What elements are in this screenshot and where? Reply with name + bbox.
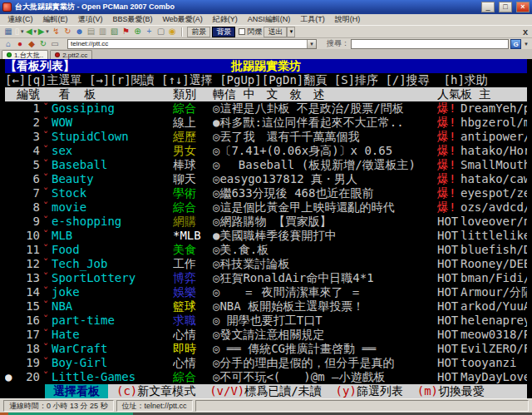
board-row[interactable]: 18 ˇ WarCraft 即時 ◎ ══ 傳統CG推廣計畫啓動 ══ HOT …	[5, 342, 527, 356]
board-popularity: HOT	[437, 328, 461, 342]
read-check-icon: ˇ	[40, 243, 52, 257]
select-block-icon[interactable]: ▢	[155, 26, 166, 37]
forward-icon[interactable]: ▶▼	[38, 26, 51, 37]
session-tabbar: 1.台大批..2.ptt2.cc	[0, 49, 532, 59]
board-number: 6	[18, 172, 40, 186]
footer-hint: (y)篩選列表	[336, 384, 417, 398]
board-row[interactable]: 3 ˇ StupidClown 經歷 ◎丟了我 還有千千萬萬個我 爆! anti…	[5, 130, 527, 144]
cursor-icon	[5, 200, 18, 215]
disconnect-icon[interactable]: ↯	[50, 26, 62, 37]
menu-item[interactable]: 工具(T)	[295, 14, 330, 25]
session-tab[interactable]: 1.台大批..	[2, 50, 48, 59]
stop-icon[interactable]: ●	[14, 38, 26, 50]
session-tab[interactable]: 2.ptt2.cc	[50, 50, 92, 59]
cursor-icon	[5, 328, 18, 342]
board-description: ●科多獸:這位同伴看起來不大正常..	[213, 116, 437, 130]
address-toolbar-icons: ⌂●◆↻▭	[2, 38, 61, 50]
reconnect-icon[interactable]: ↻	[62, 26, 73, 37]
board-popularity: HOT	[437, 229, 461, 243]
send-button[interactable]: 送出	[264, 27, 287, 37]
minimize-button[interactable]: _	[481, 2, 495, 12]
close-button[interactable]: ×	[516, 2, 530, 12]
favorites-icon[interactable]: ◆	[26, 38, 37, 50]
board-name: StupidClown	[52, 130, 173, 144]
new-connection-icon[interactable]: ▯▼	[14, 26, 26, 37]
board-row[interactable]: 15 ˇ NBA 籃球 ◎NBA 板開始板主選舉投票！ HOT arkod/Yu…	[5, 299, 527, 314]
titlebar: 台大批踢踢實業坊 - Open PCMan 2007 Combo _ □ ×	[0, 0, 532, 14]
background-button[interactable]: 背景	[212, 27, 235, 37]
board-description: ◎發文請注意相關規定	[213, 328, 437, 342]
lock-icon[interactable]: ◉	[166, 26, 178, 37]
board-row[interactable]: 6 ˇ Beauty 聊天 ◎easygo137812 真・男人 爆! hata…	[5, 172, 527, 186]
cursor-icon	[5, 285, 18, 299]
connect-icon[interactable]: ▦	[2, 26, 14, 37]
home-icon[interactable]: ⌂	[2, 38, 14, 50]
maximize-button[interactable]: □	[499, 2, 512, 12]
board-row[interactable]: 13 ˇ SportLottery 博弈 ◎狂賀RonaldAir命中日職4*1…	[5, 271, 527, 285]
search-engine-icon[interactable]: G	[510, 39, 521, 49]
cursor-icon	[5, 215, 18, 229]
board-class: 即時	[173, 342, 213, 356]
board-row[interactable]: 5 ˇ Baseball 棒球 ◎ Baseball (板規新增/徵選板主) 爆…	[5, 158, 527, 172]
menu-item[interactable]: Web最愛(A)	[158, 14, 208, 25]
paste-icon[interactable]: ▧	[108, 26, 120, 37]
board-row[interactable]: 7 ˇ Stock 學術 ◎繼633分現後 468也近在眼前 爆! eyespo…	[5, 186, 527, 200]
cursor-icon	[5, 130, 18, 144]
board-row[interactable]: 12 ˇ Tech_Job 工作 ◎科技業討論板 HOT Rooney/DEER…	[5, 257, 527, 271]
board-row[interactable]: 8 ˇ movie 綜合 ◎這是個比黃金甲上映時還亂的時代 爆! ozs/avd…	[5, 200, 527, 215]
read-check-icon: ˇ	[40, 130, 52, 144]
menu-item[interactable]: BBS最愛(B)	[108, 14, 158, 25]
user-info-icon[interactable]: ☻	[73, 26, 85, 37]
board-row[interactable]: 4 ˇ sex 男女 ◎〔7.41+(0.06x身高)〕x 0.65 爆! ha…	[5, 144, 527, 158]
read-check-icon: ˇ	[40, 370, 52, 384]
search-engine-dropdown-icon[interactable]: ▼	[523, 42, 530, 47]
cursor-icon	[5, 314, 18, 328]
board-name: Food	[52, 243, 173, 257]
bbs-mode-label: 選擇看板	[45, 384, 108, 398]
board-row[interactable]: 16 ˇ part-time 求職 ◎ 開學也要打工T口T HOT helena…	[5, 314, 527, 328]
copy-ansi-icon[interactable]: ▥	[96, 26, 108, 37]
board-name: part-time	[52, 314, 173, 328]
menu-item[interactable]: 連線(C)	[2, 14, 38, 25]
read-check-icon: ˇ	[40, 200, 52, 215]
flag-icon[interactable]: ⚑	[120, 26, 131, 37]
menu-item[interactable]: ANSI編輯(N)	[243, 14, 296, 25]
menu-item[interactable]: 選項(V)	[73, 14, 108, 25]
split-view-icon[interactable]: +	[143, 26, 155, 37]
board-row[interactable]: 1 ˇ Gossiping 綜合 ◎這裡是八卦板 不是政治/股票/問板 爆! D…	[5, 101, 527, 116]
toolbar-icons: ▦▯▼◀▼▶▼↯↻☻▤▥▧⚑⊕+▢◉	[2, 26, 178, 37]
board-row[interactable]: 17 ˇ Hate 心情 ◎發文請注意相關規定 HOT meow0318/Pub	[5, 328, 527, 342]
board-row[interactable]: 9 ˇ e-shopping 網購 ◎網路購物 【買家版】 HOT loveov…	[5, 215, 527, 229]
pcman-window: 台大批踢踢實業坊 - Open PCMan 2007 Combo _ □ × 連…	[0, 0, 532, 415]
board-moderators: loveover/ngu	[461, 215, 527, 229]
main-toolbar: ▦▯▼◀▼▶▼↯↻☻▤▥▧⚑⊕+▢◉ 前景 背景 閃爍 送出 ▼ x	[0, 25, 532, 38]
bbs-footer-hints: (c)新文章模式 (v/V)標爲已讀/未讀 (y)篩選列表 (m)切換最愛	[108, 384, 527, 398]
cursor-icon	[5, 299, 18, 314]
board-row[interactable]: 11 ˇ Food 美食 ◎美.食.板 HOT bluefish/Dil	[5, 243, 527, 257]
menu-item[interactable]: 編輯(E)	[38, 14, 73, 25]
board-description: ◎ 開學也要打工T口T	[213, 314, 437, 328]
back-icon[interactable]: ◀▼	[26, 26, 38, 37]
board-row[interactable]: 10 ˇ MLB *MLB ●美國職棒季後賽開打中 HOT littlelike…	[5, 229, 527, 243]
address-dropdown-icon[interactable]: ▼	[307, 40, 316, 48]
board-moderators: DreamYeh/peg	[461, 101, 527, 116]
menu-item[interactable]: 紀錄(Y)	[208, 14, 243, 25]
board-row[interactable]: 14 ˇ joke 娛樂 ◎ ＝ 夜間清潔車來了 ＝ HOT Armour/分隔…	[5, 285, 527, 299]
board-row[interactable]: ● 20 ˇ Little-Games 綜合 ◎不可不玩<( )@m —小遊戲板…	[5, 370, 527, 384]
foreground-button[interactable]: 前景	[187, 27, 210, 37]
board-row[interactable]: 19 ˇ Boy-Girl 心情 ◎分手的理由是假的，但分手是真的 HOT to…	[5, 356, 527, 370]
board-row[interactable]: 2 ˇ WOW 線上 ●科多獸:這位同伴看起來不大正常.. 爆! hbgzero…	[5, 116, 527, 130]
board-moderators: ozs/avdcd/Za	[461, 200, 527, 215]
blink-checkbox[interactable]: 閃爍	[239, 27, 262, 37]
bbs-footer: 選擇看板 (c)新文章模式 (v/V)標爲已讀/未讀 (y)篩選列表 (m)切換…	[5, 384, 527, 398]
refresh-icon[interactable]: ↻	[37, 38, 49, 50]
address-input[interactable]	[68, 40, 307, 47]
search-input[interactable]	[352, 40, 508, 47]
screen-keyboard-icon[interactable]: ▭	[49, 38, 61, 50]
menu-item[interactable]: 說明(H)	[330, 14, 366, 25]
copy-icon[interactable]: ▤	[85, 26, 96, 37]
bbs-terminal: 【看板列表】 批踢踢實業坊 [←][q]主選單 [→][r]閱讀 [↑↓]選擇 …	[0, 59, 532, 398]
send-dropdown-icon[interactable]: ▼	[287, 27, 295, 37]
toolbar-close-icon[interactable]: x	[523, 27, 528, 37]
options-gear-icon[interactable]: ⊕	[131, 26, 143, 37]
